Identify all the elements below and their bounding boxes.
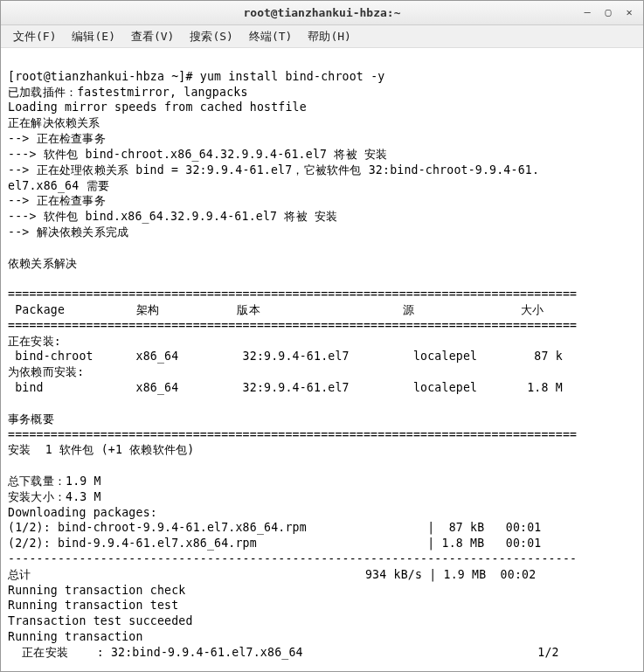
output-line: 安装大小：4.3 M — [8, 490, 101, 503]
terminal-window: root@tianzhankui-hbza:~ — ▢ ✕ 文件(F) 编辑(E… — [0, 0, 644, 672]
table-header: Package 架构 版本 源 大小 — [8, 303, 544, 316]
menu-terminal[interactable]: 终端(T) — [242, 26, 299, 47]
output-line: Transaction test succeeded — [8, 614, 193, 627]
dash-rule: ----------------------------------------… — [8, 552, 577, 565]
installing-header: 正在安装: — [8, 335, 61, 348]
dep-header: 为依赖而安装: — [8, 365, 84, 378]
menu-help[interactable]: 帮助(H) — [301, 26, 357, 47]
output-line: --> 正在处理依赖关系 bind = 32:9.9.4-61.el7，它被软件… — [8, 163, 539, 177]
window-title: root@tianzhankui-hbza:~ — [1, 6, 643, 19]
menu-view[interactable]: 查看(V) — [124, 26, 181, 47]
menu-search[interactable]: 搜索(S) — [183, 26, 239, 47]
output-line: Loading mirror speeds from cached hostfi… — [8, 100, 307, 114]
menubar: 文件(F) 编辑(E) 查看(V) 搜索(S) 终端(T) 帮助(H) — [1, 25, 643, 48]
installing-line: 正在安装 : 32:bind-9.9.4-61.el7.x86_64 1/2 — [8, 646, 559, 659]
output-line: ---> 软件包 bind-chroot.x86_64.32.9.9.4-61.… — [8, 148, 387, 161]
prompt: [root@tianzhankui-hbza ~]# — [8, 70, 200, 83]
rule: ========================================… — [8, 319, 577, 332]
table-row: bind x86_64 32:9.9.4-61.el7 localepel 1.… — [8, 381, 563, 394]
summary-header: 事务概要 — [8, 412, 54, 426]
output-line: 已加载插件：fastestmirror, langpacks — [8, 86, 248, 99]
output-line: --> 解决依赖关系完成 — [8, 225, 128, 239]
output-line: Downloading packages: — [8, 506, 157, 519]
download-line: (2/2): bind-9.9.4-61.el7.x86_64.rpm | 1.… — [8, 537, 541, 550]
total-line: 总计 934 kB/s | 1.9 MB 00:02 — [8, 568, 536, 581]
output-line: 依赖关系解决 — [8, 257, 77, 270]
output-line: Running transaction test — [8, 599, 178, 612]
output-line: 正在解决依赖关系 — [8, 116, 100, 129]
output-line: 总下载量：1.9 M — [8, 475, 101, 488]
window-controls: — ▢ ✕ — [577, 3, 640, 22]
rule: ========================================… — [8, 288, 577, 301]
menu-file[interactable]: 文件(F) — [6, 26, 63, 47]
rule: ========================================… — [8, 428, 577, 441]
table-row: bind-chroot x86_64 32:9.9.4-61.el7 local… — [8, 350, 563, 363]
output-line: Running transaction check — [8, 584, 186, 597]
output-line: Running transaction — [8, 630, 143, 643]
minimize-button[interactable]: — — [577, 3, 598, 22]
output-line: el7.x86_64 需要 — [8, 179, 109, 192]
output-line: --> 正在检查事务 — [8, 132, 106, 145]
install-summary: 安装 1 软件包 (+1 依赖软件包) — [8, 443, 194, 456]
close-button[interactable]: ✕ — [619, 3, 640, 22]
terminal-output[interactable]: [root@tianzhankui-hbza ~]# yum install b… — [1, 48, 643, 671]
titlebar: root@tianzhankui-hbza:~ — ▢ ✕ — [1, 1, 643, 25]
menu-edit[interactable]: 编辑(E) — [65, 26, 121, 47]
command-text: yum install bind-chroot -y — [200, 70, 385, 83]
download-line: (1/2): bind-chroot-9.9.4-61.el7.x86_64.r… — [8, 521, 541, 534]
output-line: --> 正在检查事务 — [8, 194, 106, 207]
output-line: ---> 软件包 bind.x86_64.32.9.9.4-61.el7 将被 … — [8, 210, 337, 223]
maximize-button[interactable]: ▢ — [598, 3, 619, 22]
